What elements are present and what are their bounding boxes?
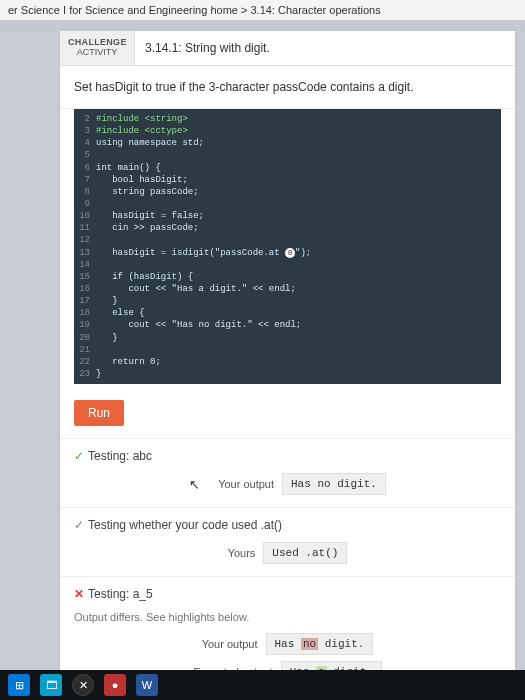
challenge-label-1: CHALLENGE — [68, 37, 126, 47]
page-body: CHALLENGE ACTIVITY 3.14.1: String with d… — [0, 31, 525, 695]
test-title-2: Testing whether your code used .at() — [88, 518, 282, 532]
cross-icon: ✕ — [74, 587, 84, 601]
challenge-header: CHALLENGE ACTIVITY 3.14.1: String with d… — [60, 31, 515, 66]
check-icon: ✓ — [74, 449, 84, 463]
yours-label: Yours — [228, 547, 256, 559]
taskbar: ⊞ 🗔 ✕ ● W — [0, 670, 525, 700]
yours-value: Used .at() — [263, 542, 347, 564]
pointer-icon: ↖ — [189, 477, 200, 492]
instruction-text: Set hasDigit to true if the 3-character … — [60, 66, 515, 109]
run-button[interactable]: Run — [74, 400, 124, 426]
test-title-3: Testing: a_5 — [88, 587, 153, 601]
challenge-label-2: ACTIVITY — [68, 47, 126, 57]
challenge-title: 3.14.1: String with digit. — [135, 31, 515, 65]
app-icon-4[interactable]: W — [136, 674, 158, 696]
activity-card: CHALLENGE ACTIVITY 3.14.1: String with d… — [60, 31, 515, 695]
code-editor[interactable]: 2#include <string> 3#include <cctype> 4u… — [74, 109, 501, 384]
app-icon-2[interactable]: ✕ — [72, 674, 94, 696]
your-output-label: Your output — [218, 478, 274, 490]
start-icon[interactable]: ⊞ — [8, 674, 30, 696]
your-output-label-3: Your output — [202, 638, 258, 650]
cursor-badge: 0 — [285, 248, 295, 258]
test-result-1: ✓Testing: abc ↖ Your output Has no digit… — [60, 438, 515, 507]
check-icon: ✓ — [74, 518, 84, 532]
your-output-value-3: Has no digit. — [266, 633, 374, 655]
test-result-2: ✓Testing whether your code used .at() Yo… — [60, 507, 515, 576]
your-output-value: Has no digit. — [282, 473, 386, 495]
diff-subtext: Output differs. See highlights below. — [74, 611, 501, 623]
challenge-badge: CHALLENGE ACTIVITY — [60, 31, 135, 65]
app-icon-3[interactable]: ● — [104, 674, 126, 696]
diff-highlight-wrong: no — [301, 638, 318, 650]
breadcrumb: er Science I for Science and Engineering… — [0, 0, 525, 21]
app-icon-1[interactable]: 🗔 — [40, 674, 62, 696]
test-title-1: Testing: abc — [88, 449, 152, 463]
